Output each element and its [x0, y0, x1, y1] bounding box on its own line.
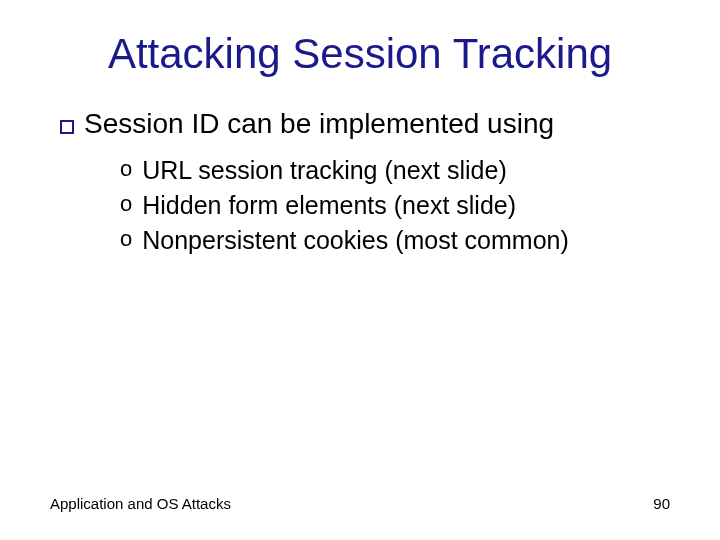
circle-bullet-icon: o	[120, 191, 132, 217]
level2-text: URL session tracking (next slide)	[142, 156, 507, 185]
bullet-level2: o Nonpersistent cookies (most common)	[120, 226, 670, 255]
square-bullet-icon	[60, 120, 74, 134]
footer-left: Application and OS Attacks	[50, 495, 231, 512]
circle-bullet-icon: o	[120, 226, 132, 252]
bullet-level1: Session ID can be implemented using	[60, 108, 670, 140]
level2-text: Nonpersistent cookies (most common)	[142, 226, 569, 255]
slide-container: Attacking Session Tracking Session ID ca…	[0, 0, 720, 540]
bullet-level2: o Hidden form elements (next slide)	[120, 191, 670, 220]
footer-page-number: 90	[653, 495, 670, 512]
level1-text: Session ID can be implemented using	[84, 108, 554, 140]
level2-text: Hidden form elements (next slide)	[142, 191, 516, 220]
slide-title: Attacking Session Tracking	[50, 30, 670, 78]
slide-footer: Application and OS Attacks 90	[50, 495, 670, 512]
circle-bullet-icon: o	[120, 156, 132, 182]
bullet-level2: o URL session tracking (next slide)	[120, 156, 670, 185]
